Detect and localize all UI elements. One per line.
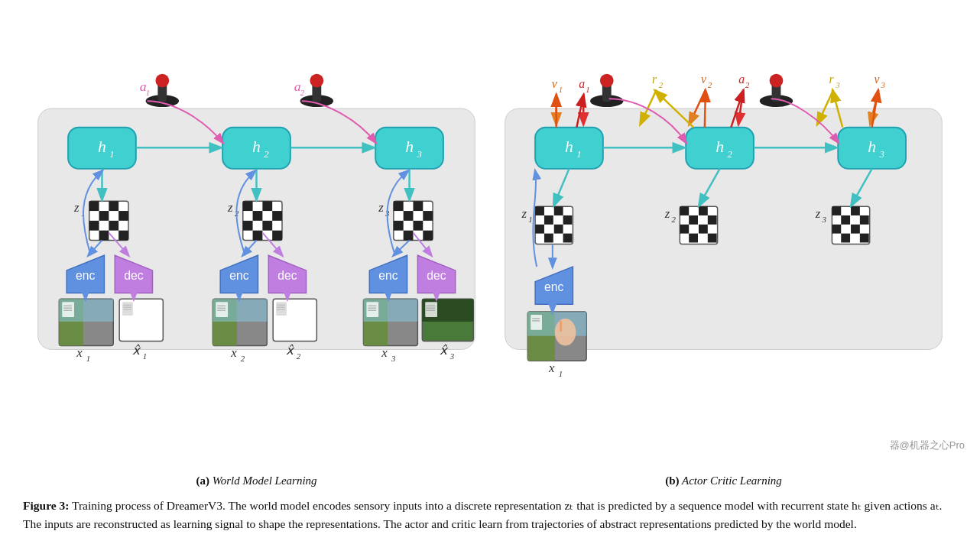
svg-text:1: 1 xyxy=(143,351,147,361)
svg-text:z: z xyxy=(664,206,670,221)
svg-point-49 xyxy=(310,74,323,88)
svg-rect-197 xyxy=(708,215,717,225)
svg-rect-101 xyxy=(404,231,414,241)
svg-text:3: 3 xyxy=(878,149,884,160)
svg-text:z: z xyxy=(815,206,821,221)
svg-text:2: 2 xyxy=(264,149,269,160)
figure-text: Training process of DreamerV3. The world… xyxy=(23,499,942,530)
svg-text:x: x xyxy=(381,345,388,360)
svg-text:enc: enc xyxy=(76,269,96,282)
svg-rect-63 xyxy=(272,231,282,241)
svg-rect-165 xyxy=(535,206,544,215)
svg-point-149 xyxy=(770,74,784,88)
svg-text:1: 1 xyxy=(559,85,563,94)
svg-point-158 xyxy=(600,74,614,88)
svg-text:3: 3 xyxy=(416,149,421,160)
svg-rect-167 xyxy=(544,215,553,225)
svg-rect-198 xyxy=(680,225,689,234)
svg-text:1: 1 xyxy=(586,85,589,94)
svg-rect-214 xyxy=(851,225,860,234)
svg-rect-58 xyxy=(253,211,263,221)
svg-rect-170 xyxy=(554,225,563,234)
diagrams-row: a 1 h 1 z 1 xyxy=(23,8,957,492)
figure-label: Figure 3: xyxy=(23,499,69,512)
svg-text:enc: enc xyxy=(229,269,249,282)
svg-rect-201 xyxy=(708,234,717,243)
figure-caption: Figure 3: Training process of DreamerV3.… xyxy=(23,492,957,536)
svg-point-5 xyxy=(155,74,169,88)
svg-text:z: z xyxy=(378,200,384,215)
svg-rect-216 xyxy=(860,234,869,243)
svg-text:z: z xyxy=(73,200,80,215)
svg-text:1: 1 xyxy=(528,215,532,224)
svg-rect-97 xyxy=(404,211,414,221)
svg-rect-13 xyxy=(109,201,118,211)
svg-rect-56 xyxy=(243,201,253,211)
svg-text:h: h xyxy=(98,138,106,156)
svg-text:3: 3 xyxy=(880,80,885,89)
svg-rect-62 xyxy=(253,231,263,241)
svg-rect-98 xyxy=(423,211,433,221)
svg-rect-102 xyxy=(423,231,433,241)
svg-text:3: 3 xyxy=(822,215,827,224)
svg-rect-212 xyxy=(860,215,869,225)
svg-text:1: 1 xyxy=(109,149,114,160)
svg-text:2: 2 xyxy=(708,80,712,89)
svg-text:2: 2 xyxy=(727,149,732,160)
svg-rect-99 xyxy=(394,221,404,231)
world-model-svg: a 1 h 1 z 1 xyxy=(23,8,490,473)
svg-text:1: 1 xyxy=(576,149,581,160)
svg-text:h: h xyxy=(252,138,261,156)
svg-text:a: a xyxy=(738,73,745,86)
actor-critic-svg: v 1 a 1 r 2 v 2 a 2 xyxy=(490,8,957,473)
svg-rect-12 xyxy=(89,201,99,211)
svg-rect-77 xyxy=(276,302,287,316)
svg-rect-210 xyxy=(851,206,860,215)
svg-text:2: 2 xyxy=(659,80,664,89)
diagram-left: a 1 h 1 z 1 xyxy=(23,8,490,492)
svg-text:v: v xyxy=(701,73,706,86)
svg-rect-195 xyxy=(699,206,708,215)
svg-rect-166 xyxy=(554,206,563,215)
svg-rect-17 xyxy=(109,221,118,231)
svg-rect-211 xyxy=(841,215,850,225)
svg-text:r: r xyxy=(652,73,657,86)
svg-text:h: h xyxy=(405,138,414,156)
svg-text:2: 2 xyxy=(300,88,305,97)
diagram-right: v 1 a 1 r 2 v 2 a 2 xyxy=(490,8,957,492)
svg-rect-59 xyxy=(272,211,282,221)
svg-rect-171 xyxy=(544,234,553,243)
svg-text:1: 1 xyxy=(146,88,150,97)
svg-rect-199 xyxy=(699,225,708,234)
svg-rect-18 xyxy=(99,231,109,241)
svg-text:dec: dec xyxy=(427,269,446,282)
svg-text:dec: dec xyxy=(124,269,144,282)
svg-rect-169 xyxy=(535,225,544,234)
svg-text:2: 2 xyxy=(241,354,245,363)
svg-text:2: 2 xyxy=(745,80,750,89)
svg-text:z: z xyxy=(227,200,233,215)
svg-text:2: 2 xyxy=(672,215,677,224)
svg-text:2: 2 xyxy=(297,351,301,361)
main-container: a 1 h 1 z 1 xyxy=(0,0,980,544)
svg-text:h: h xyxy=(716,138,724,156)
svg-text:v: v xyxy=(875,73,880,86)
right-caption: (b) Actor Critic Learning xyxy=(665,474,782,487)
svg-rect-209 xyxy=(832,206,841,215)
left-caption: (a) World Model Learning xyxy=(196,474,316,487)
svg-rect-200 xyxy=(689,234,698,243)
svg-text:1: 1 xyxy=(559,369,563,378)
svg-rect-168 xyxy=(563,215,573,225)
svg-rect-72 xyxy=(216,302,228,317)
svg-rect-14 xyxy=(99,211,109,221)
svg-text:3: 3 xyxy=(391,354,396,363)
svg-rect-213 xyxy=(832,225,841,234)
svg-rect-16 xyxy=(89,221,99,231)
svg-rect-194 xyxy=(680,206,689,215)
svg-text:x: x xyxy=(76,345,83,360)
svg-rect-111 xyxy=(366,302,378,317)
svg-rect-95 xyxy=(394,201,404,211)
svg-rect-33 xyxy=(122,302,133,316)
svg-text:a: a xyxy=(579,77,585,90)
svg-text:x: x xyxy=(548,361,555,375)
